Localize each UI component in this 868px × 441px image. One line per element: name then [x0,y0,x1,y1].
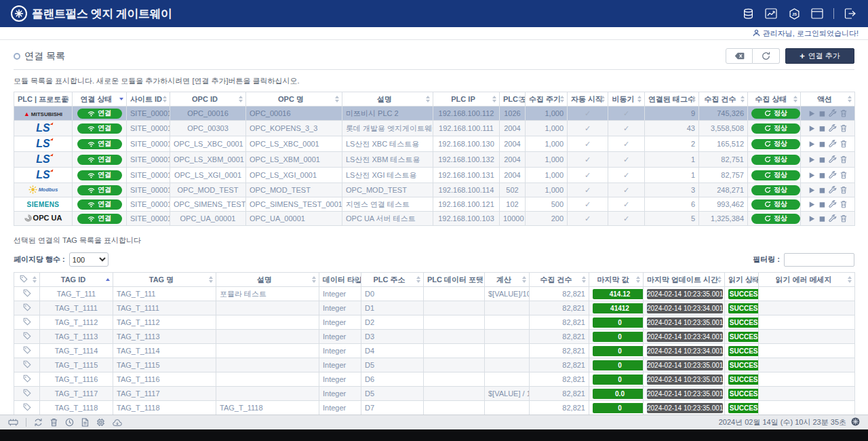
wrench-button[interactable] [829,124,837,132]
connection-row[interactable]: ▲MITSUBISHI연결SITE_00001OPC_00016OPC_0001… [14,107,855,121]
column-header[interactable]: OPC 명 [246,92,342,107]
login-status-text: 관리자님, 로그인되었습니다! [763,28,859,39]
play-button[interactable] [808,125,815,132]
gateway-icon[interactable] [8,418,18,427]
wrench-button[interactable] [829,140,837,148]
connection-row[interactable]: LS연결SITE_00001OPC_00303OPC_KOPENS_3_3롯데 … [14,121,855,136]
column-header[interactable]: 마지막 업데이트 시간 [644,273,725,287]
play-button[interactable] [808,110,815,117]
tag-row[interactable]: TAG_T_1112TAG_T_1112IntegerD282,82102024… [14,315,855,330]
play-button[interactable] [808,201,815,208]
nodejs-icon[interactable]: JS [787,7,801,20]
column-header[interactable]: 자동 시작 [568,92,608,107]
column-header[interactable]: 수집 상태 [748,92,801,107]
tag-row[interactable]: TAG_T_1113TAG_T_1113IntegerD382,82102024… [14,330,855,344]
cloud-download-icon[interactable] [113,419,122,427]
wrench-button[interactable] [829,186,837,194]
add-connection-button[interactable]: + 연결 추가 [785,48,854,64]
connection-row[interactable]: Modbus연결SITE_00001OPC_MOD_TESTOPC_MOD_TE… [14,183,855,197]
stop-button[interactable] [818,140,825,148]
statusbar-icons [8,418,122,427]
play-button[interactable] [808,215,815,223]
column-header[interactable]: 수집 건수 [530,273,589,287]
column-header[interactable] [14,273,40,287]
delete-button[interactable] [840,171,847,179]
column-header[interactable]: 설명 [342,92,433,107]
stop-button[interactable] [818,201,825,208]
column-header[interactable]: 읽기 에러 메세지 [759,273,855,287]
tag-row[interactable]: TAG_T_1118TAG_T_1118TAG_T_1118IntegerD78… [14,401,855,415]
column-header[interactable]: 읽기 상태 [725,273,759,287]
column-header[interactable]: TAG 명 [113,273,216,287]
delete-button[interactable] [840,109,847,117]
stop-button[interactable] [818,125,825,132]
memory-chip-icon[interactable] [96,418,105,427]
stop-button[interactable] [818,172,825,179]
connection-row[interactable]: LS연결SITE_00001OPC_LS_XBC_0001OPC_LS_XBC_… [14,136,855,152]
delete-button[interactable] [840,214,847,223]
connection-row[interactable]: OPC UA연결SITE_00001OPC_UA_00001OPC_UA_000… [14,212,855,226]
connection-row[interactable]: LS연결SITE_00001OPC_LS_XBM_0001OPC_LS_XBM_… [14,152,855,168]
column-header[interactable]: 계산 [485,273,530,287]
play-button[interactable] [808,140,815,148]
log-file-icon[interactable] [81,418,89,427]
column-header[interactable]: PLC 데이터 포맷 [424,273,485,287]
wrench-button[interactable] [829,214,837,223]
column-header[interactable]: 수집 주기 [526,92,568,107]
column-header[interactable]: 비동기 [608,92,645,107]
chart-icon[interactable] [764,7,778,20]
filter-input[interactable] [784,253,854,267]
tag-row[interactable]: TAG_T_1116TAG_T_1116IntegerD682,82102024… [14,372,855,387]
wrench-button[interactable] [829,200,837,208]
tag-row[interactable]: TAG_T_111TAG_T_111포뮬라 테스트IntegerD0$[VALU… [14,287,855,301]
column-header[interactable]: 데이터 타입 [319,273,361,287]
column-header[interactable]: PLC IP [433,92,500,107]
sync-icon[interactable] [34,418,43,427]
stop-button[interactable] [818,156,825,164]
stop-button[interactable] [818,110,825,117]
delete-button[interactable] [840,155,847,164]
play-button[interactable] [808,172,815,179]
column-header[interactable]: 수집 건수 [699,92,748,107]
play-button[interactable] [808,187,815,194]
stop-button[interactable] [818,187,825,194]
column-header[interactable]: OPC ID [170,92,246,107]
rows-per-page-select[interactable]: 100 [69,252,108,267]
opc-name-cell: OPC_KOPENS_3_3 [246,121,342,136]
tag-row[interactable]: TAG_T_1111TAG_T_1111IntegerD182,82141412… [14,301,855,315]
connection-row[interactable]: LS연결SITE_00001OPC_LS_XGI_0001OPC_LS_XGI_… [14,168,855,183]
clock-icon[interactable] [65,418,74,427]
wrench-button[interactable] [829,109,837,117]
database-icon[interactable] [741,7,755,20]
column-header[interactable]: PLC | 프로토콜 [14,92,73,107]
column-header[interactable]: 사이트 ID [127,92,170,107]
tag-row[interactable]: TAG_T_1114TAG_T_1114IntegerD482,82102024… [14,344,855,358]
sort-icon [793,96,797,102]
delete-button[interactable] [840,200,847,208]
column-header[interactable]: 설명 [216,273,319,287]
tag-row[interactable]: TAG_T_1117TAG_T_1117IntegerD5$[VALUE] / … [14,387,855,401]
wrench-button[interactable] [829,155,837,164]
stop-button[interactable] [818,215,825,223]
connection-row[interactable]: SIEMENS연결SITE_00001OPC_SIMENS_TEST_0001O… [14,197,855,212]
sort-icon [209,276,213,283]
column-header[interactable]: 연결 상태 [73,92,127,107]
delete-button[interactable] [840,140,847,148]
column-header[interactable]: PLC 주소 [361,273,424,287]
collect-count-cell: 248,271 [699,183,748,197]
window-icon[interactable] [810,7,824,20]
column-header[interactable]: 연결된 태그수 [645,92,699,107]
refresh-button[interactable] [753,48,780,64]
column-header[interactable]: TAG ID [40,273,113,287]
delete-button[interactable] [840,186,847,194]
column-header[interactable]: 마지막 값 [589,273,644,287]
column-header[interactable]: 액션 [801,92,855,107]
tag-row[interactable]: TAG_T_1115TAG_T_1115IntegerD582,82102024… [14,358,855,372]
column-header[interactable]: PLC 포트 [500,92,526,107]
trash-icon[interactable] [50,418,58,427]
delete-button[interactable] [840,124,847,132]
logout-icon[interactable] [844,7,857,20]
clear-selection-button[interactable] [726,48,753,64]
play-button[interactable] [808,156,815,164]
wrench-button[interactable] [829,171,837,179]
